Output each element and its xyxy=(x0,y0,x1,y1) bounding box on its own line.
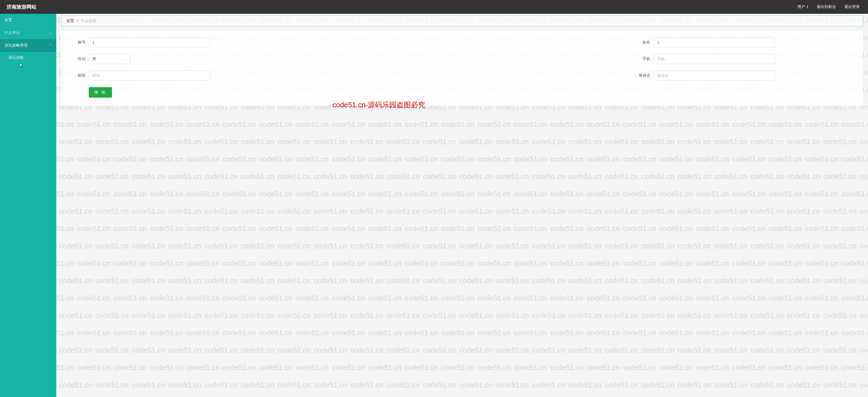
form-group-phone: 手机 xyxy=(637,54,775,64)
sidebar: 首页 个人中心 ⌄ 游玩攻略管理 ⌃ 游玩攻略 xyxy=(0,14,56,397)
header-right: 用户 1 退出到前台 退出登录 xyxy=(798,4,860,9)
chevron-down-icon: ⌄ xyxy=(124,57,127,61)
sidebar-home-label: 首页 xyxy=(4,18,12,23)
submit-button[interactable]: 修 改 xyxy=(89,87,112,98)
sidebar-personal-center[interactable]: 个人中心 ⌄ xyxy=(0,27,56,39)
idcard-label: 身份证 xyxy=(637,73,653,78)
form-group-account: 账号 xyxy=(72,37,210,48)
name-input[interactable] xyxy=(653,37,775,48)
email-input[interactable] xyxy=(89,70,210,81)
breadcrumb: 首页 // 个人信息 xyxy=(61,16,863,27)
sidebar-travel-guide-mgmt-label: 游玩攻略管理 xyxy=(4,43,28,48)
sidebar-home[interactable]: 首页 xyxy=(0,14,56,27)
submit-row: 修 改 xyxy=(72,87,852,98)
main-content: 首页 // 个人信息 账号 姓名 性别 男 ⌄ 手机 xyxy=(56,14,868,397)
gender-select[interactable]: 男 ⌄ xyxy=(89,54,130,64)
logout-link[interactable]: 退出登录 xyxy=(844,4,860,9)
exit-front-link[interactable]: 退出到前台 xyxy=(817,4,836,9)
chevron-down-icon: ⌄ xyxy=(49,31,52,35)
phone-input[interactable] xyxy=(653,54,775,64)
account-label: 账号 xyxy=(72,40,89,45)
copyright-text: code51.cn-源码乐园盗图必究 xyxy=(333,100,426,110)
form-row-1: 账号 姓名 xyxy=(72,37,852,48)
form-group-idcard: 身份证 xyxy=(637,70,775,81)
gender-label: 性别 xyxy=(72,57,89,61)
name-label: 姓名 xyxy=(637,40,653,45)
user-label[interactable]: 用户 1 xyxy=(798,4,808,9)
breadcrumb-current: 个人信息 xyxy=(81,19,96,24)
site-title: 济南旅游网站 xyxy=(7,4,36,10)
account-input[interactable] xyxy=(89,37,210,48)
idcard-input[interactable] xyxy=(653,70,775,81)
form-group-email: 邮箱 xyxy=(72,70,210,81)
form-row-3: 邮箱 身份证 xyxy=(72,70,852,81)
form-row-2: 性别 男 ⌄ 手机 xyxy=(72,54,852,64)
header: 济南旅游网站 用户 1 退出到前台 退出登录 xyxy=(0,0,868,14)
email-label: 邮箱 xyxy=(72,73,89,78)
breadcrumb-separator: // xyxy=(76,19,79,23)
sidebar-travel-guide[interactable]: 游玩攻略 xyxy=(0,52,56,63)
sidebar-personal-center-label: 个人中心 xyxy=(4,30,20,35)
form-card: 账号 姓名 性别 男 ⌄ 手机 邮箱 xyxy=(61,31,863,106)
gender-value: 男 xyxy=(92,57,96,61)
chevron-up-icon: ⌃ xyxy=(49,43,52,48)
phone-label: 手机 xyxy=(637,57,653,61)
sidebar-travel-guide-label: 游玩攻略 xyxy=(8,55,24,60)
breadcrumb-home[interactable]: 首页 xyxy=(66,19,74,24)
form-group-name: 姓名 xyxy=(637,37,775,48)
sidebar-travel-guide-mgmt[interactable]: 游玩攻略管理 ⌃ xyxy=(0,39,56,52)
form-group-gender: 性别 男 ⌄ xyxy=(72,54,130,64)
